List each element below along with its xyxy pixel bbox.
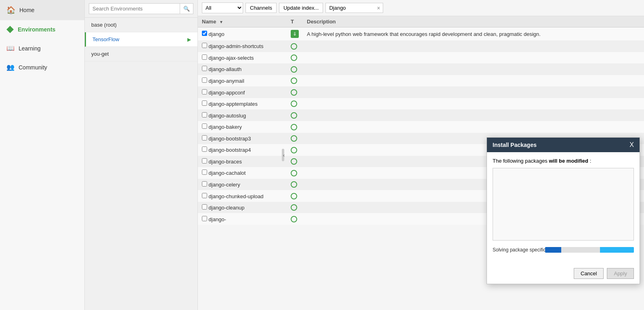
env-list: base (root) TensorFlow ▶ you-get [85, 18, 197, 310]
pkg-checkbox[interactable] [202, 170, 207, 175]
modal-progress-label: Solving package specifications [493, 247, 541, 253]
status-circle-icon [291, 124, 297, 130]
cancel-button[interactable]: Cancel [574, 268, 604, 279]
pkg-checkbox[interactable] [202, 89, 207, 94]
status-circle-icon [291, 89, 297, 96]
sidebar-item-home[interactable]: 🏠 Home [0, 0, 84, 20]
status-circle-icon [291, 54, 297, 61]
pkg-name-cell: django-anymail [198, 75, 287, 87]
pkg-name-label: django-celery [207, 182, 240, 188]
pkg-checkbox[interactable] [202, 43, 207, 48]
pkg-name-cell: django-celery [198, 179, 287, 191]
package-filter-select[interactable]: All Installed Not installed Upgradable [202, 3, 243, 13]
pkg-name-label: django [207, 31, 224, 37]
status-circle-icon [291, 78, 297, 84]
status-circle-icon [291, 43, 297, 50]
pkg-checkbox[interactable] [202, 124, 207, 129]
pkg-checkbox[interactable] [202, 66, 207, 71]
pkg-checkbox[interactable] [202, 101, 207, 106]
pkg-type-cell [287, 52, 303, 64]
modal-close-button[interactable]: X [629, 142, 634, 148]
modal-progress-row: Solving package specifications [493, 247, 634, 253]
env-item-youget[interactable]: you-get [85, 47, 197, 61]
pkg-checkbox[interactable] [202, 78, 207, 83]
pkg-description-cell [303, 40, 644, 52]
pkg-name-label: django-braces [207, 159, 242, 165]
pkg-name-label: django-bootstrap4 [207, 147, 251, 153]
pkg-type-cell [287, 109, 303, 121]
pkg-name-cell: django-autoslug [198, 109, 287, 121]
progress-gap [562, 247, 600, 253]
status-circle-icon [291, 193, 297, 199]
pkg-checkbox[interactable] [202, 158, 207, 163]
status-circle-icon [291, 204, 297, 211]
pkg-type-cell [287, 98, 303, 110]
pkg-name-label: django-allauth [207, 66, 241, 72]
pkg-type-cell [287, 75, 303, 87]
status-circle-icon [291, 216, 297, 222]
pkg-checkbox[interactable] [202, 54, 207, 60]
apply-button[interactable]: Apply [607, 268, 634, 279]
sidebar-item-learning[interactable]: 📖 Learning [0, 39, 84, 58]
toolbar: All Installed Not installed Upgradable C… [198, 0, 644, 16]
pkg-name-label: django-apptemplates [207, 101, 258, 107]
modal-body: The following packages will be modified … [487, 152, 640, 265]
env-item-tensorflow-label: TensorFlow [92, 36, 119, 42]
pkg-name-label: django-admin-shortcuts [207, 43, 263, 49]
filter-select-container: All Installed Not installed Upgradable [202, 2, 243, 13]
package-search-input[interactable] [326, 3, 374, 13]
pkg-name-cell: django- [198, 213, 287, 225]
progress-segment-dark [545, 247, 561, 253]
env-item-tensorflow[interactable]: TensorFlow ▶ [85, 32, 197, 47]
main-panel: All Installed Not installed Upgradable C… [198, 0, 644, 310]
env-panel: 🔍 base (root) TensorFlow ▶ you-get ‹ [85, 0, 198, 310]
pkg-checkbox[interactable] [202, 112, 207, 117]
search-environments-input[interactable] [89, 3, 180, 14]
status-circle-icon [291, 181, 297, 188]
update-index-button[interactable]: Update index... [279, 3, 323, 13]
pkg-type-cell [287, 190, 303, 202]
pkg-name-cell: django-cleanup [198, 202, 287, 214]
col-header-name: Name ▼ [198, 16, 287, 27]
pkg-name-label: django-anymail [207, 78, 244, 84]
collapse-panel-button[interactable]: ‹ [282, 149, 284, 161]
table-row: django-anymail [198, 75, 644, 87]
pkg-checkbox[interactable] [202, 216, 207, 221]
pkg-name-cell: django-ajax-selects [198, 52, 287, 64]
pkg-checkbox[interactable] [202, 204, 207, 209]
progress-segment-blue [600, 247, 634, 253]
pkg-description-cell [303, 63, 644, 75]
pkg-checkbox[interactable] [202, 147, 207, 152]
modal-header: Install Packages X [487, 138, 640, 152]
pkg-name-cell: django-admin-shortcuts [198, 40, 287, 52]
pkg-type-cell: ⇓ [287, 27, 303, 41]
pkg-type-cell [287, 179, 303, 191]
pkg-name-cell: django-appconf [198, 86, 287, 98]
pkg-checkbox[interactable] [202, 135, 207, 140]
sidebar-item-community[interactable]: 👥 Community [0, 58, 84, 77]
progress-bar [545, 247, 634, 253]
channels-button[interactable]: Channels [245, 3, 277, 13]
pkg-description-cell [303, 109, 644, 121]
sidebar-item-environments[interactable]: Environments [0, 20, 84, 39]
sidebar-environments-label: Environments [18, 26, 55, 33]
pkg-description-cell: A high-level python web framework that e… [303, 27, 644, 41]
table-row: django-allauth [198, 63, 644, 75]
table-row: django-apptemplates [198, 98, 644, 110]
pkg-checkbox[interactable] [202, 193, 207, 198]
env-item-base[interactable]: base (root) [85, 18, 197, 32]
pkg-name-label: django-bootstrap3 [207, 136, 251, 142]
chevron-left-icon: ‹ [283, 153, 285, 158]
package-search-bar: × [325, 3, 383, 13]
search-clear-button[interactable]: × [374, 4, 382, 12]
status-circle-icon [291, 147, 297, 153]
pkg-type-cell [287, 202, 303, 214]
pkg-checkbox[interactable] [202, 181, 207, 186]
install-icon: ⇓ [291, 30, 299, 38]
table-row: django-ajax-selects [198, 52, 644, 64]
pkg-checkbox[interactable] [202, 31, 207, 36]
table-row: django⇓A high-level python web framework… [198, 27, 644, 41]
pkg-description-cell [303, 121, 644, 133]
search-environments-button[interactable]: 🔍 [180, 3, 193, 14]
pkg-type-cell [287, 167, 303, 179]
